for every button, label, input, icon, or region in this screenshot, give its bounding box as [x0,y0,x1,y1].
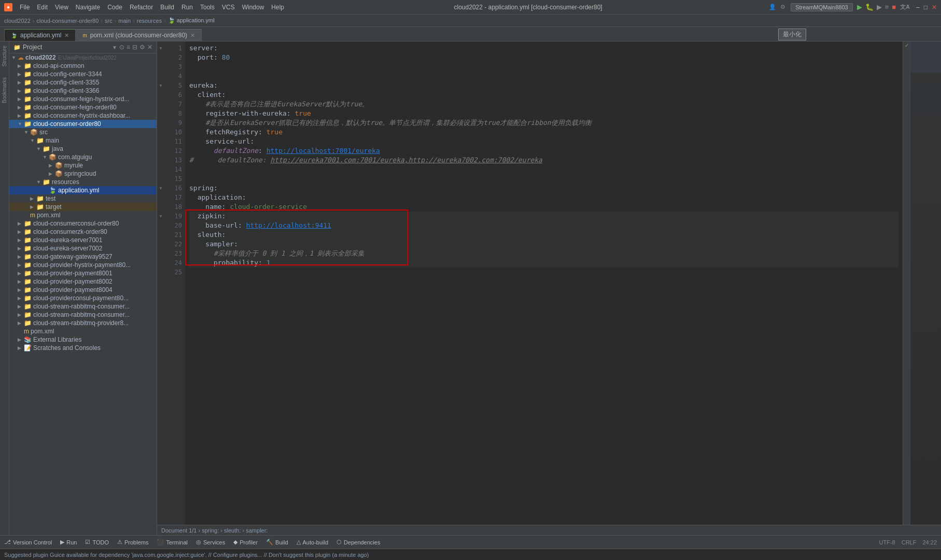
tab-close-icon[interactable]: ✕ [190,32,195,39]
tree-item-api-common[interactable]: ▶ 📁 cloud-api-common [9,62,157,70]
profile-button[interactable]: ≡ [885,3,889,11]
close-button[interactable]: ✕ [932,4,937,11]
bookmarks-tab[interactable]: Bookmarks [2,77,7,103]
fold-5[interactable]: ▼ [157,81,164,90]
tree-item-consul-payment[interactable]: ▶ 📁 cloud-providerconsul-payment80... [9,294,157,302]
run-button[interactable]: ▶ [857,3,862,11]
module-icon: 📁 [24,71,32,78]
tree-item-external-libs[interactable]: ▶ 📚 External Libraries [9,335,157,344]
code-editor[interactable]: server: port: 80 eureka: client: #表示是否将自… [185,41,903,525]
tree-label: myrule [64,162,83,169]
translate-button[interactable]: 文A [900,3,910,11]
tree-item-hystrix-dashboard[interactable]: ▶ 📁 cloud-consumer-hystrix-dashboar... [9,111,157,120]
build-btn[interactable]: 🔨 Build [266,539,288,545]
profiler-btn[interactable]: ◆ Profiler [233,539,258,545]
menu-build[interactable]: Build [157,3,177,12]
autobuild-btn[interactable]: △ Auto-build [297,539,329,545]
fold-1[interactable]: ▼ [157,44,164,53]
tree-item-config-3344[interactable]: ▶ 📁 cloud-config-center-3344 [9,70,157,78]
tree-item-consul-order80[interactable]: ▶ 📁 cloud-consumerconsul-order80 [9,219,157,228]
menu-file[interactable]: File [17,3,33,12]
problems-btn[interactable]: ⚠ Problems [117,539,148,545]
tree-item-payment8001[interactable]: ▶ 📁 cloud-provider-payment8001 [9,269,157,277]
version-control-btn[interactable]: ⎇ Version Control [4,539,52,545]
tree-item-cloud2022[interactable]: ▼ ☁ cloud2022 E:\JavaProject\cloud2022 [9,53,157,62]
tree-item-feign-order80[interactable]: ▶ 📁 cloud-consumer-feign-order80 [9,103,157,111]
run-with-coverage-button[interactable]: ▶ [877,3,882,11]
maximize-button[interactable]: □ [924,4,928,11]
tree-item-payment8002[interactable]: ▶ 📁 cloud-provider-payment8002 [9,277,157,286]
todo-btn[interactable]: ☑ TODO [85,539,109,545]
code-line-21: sleuth: [189,230,898,240]
tree-label: pom.xml [37,212,60,219]
breadcrumb-part[interactable]: 🍃 application.yml [168,17,215,24]
close-sidebar-icon[interactable]: ✕ [147,44,152,51]
tree-item-gateway9527[interactable]: ▶ 📁 cloud-gateway-gateway9527 [9,253,157,261]
breadcrumb-part[interactable]: cloud-consumer-order80 [36,18,99,24]
structure-tab[interactable]: Structure [2,46,7,67]
locate-icon[interactable]: ⊙ [119,44,124,51]
tree-item-config-3355[interactable]: ▶ 📁 cloud-config-client-3355 [9,78,157,87]
terminal-btn[interactable]: ⬛ Terminal [157,539,188,545]
run-btn[interactable]: ▶ Run [60,539,77,545]
run-config-selector[interactable]: StreamMQMain8803 [791,3,853,11]
tree-item-target[interactable]: ▶ 📁 target [9,203,157,211]
tree-item-scratches[interactable]: ▶ 📝 Scratches and Consoles [9,344,157,352]
menu-code[interactable]: Code [104,3,125,12]
tree-item-package[interactable]: ▼ 📦 com.atguigu [9,153,157,161]
tree-item-eureka7001[interactable]: ▶ 📁 cloud-eureka-server7001 [9,236,157,244]
breadcrumb-part[interactable]: resources [137,18,162,24]
breadcrumb-part[interactable]: main [118,18,131,24]
yaml-file-icon: 🍃 [49,187,57,194]
minimize-button[interactable]: – [916,4,920,11]
fold-8 [157,109,164,118]
tab-close-icon[interactable]: ✕ [64,32,69,39]
tree-item-myrule[interactable]: ▶ 📦 myrule [9,161,157,170]
stop-button[interactable]: ■ [892,3,896,11]
dependencies-btn[interactable]: ⬡ Dependencies [336,539,380,545]
menu-window[interactable]: Window [239,3,268,12]
tree-item-application-yml[interactable]: ▶ 🍃 application.yml [9,186,157,194]
tree-item-src[interactable]: ▼ 📦 src [9,128,157,136]
breadcrumb-part[interactable]: src [105,18,113,24]
tree-item-resources[interactable]: ▼ 📁 resources [9,178,157,186]
menu-navigate[interactable]: Navigate [73,3,103,12]
tree-item-stream-consumer2[interactable]: ▶ 📁 cloud-stream-rabbitmq-consumer... [9,311,157,319]
tree-item-pom-order80[interactable]: ▶ m pom.xml [9,211,157,219]
gutter-ok-icon: ✓ [905,43,909,48]
tree-item-stream-consumer1[interactable]: ▶ 📁 cloud-stream-rabbitmq-consumer... [9,302,157,311]
debug-button[interactable]: 🐛 [865,3,874,11]
tree-item-java[interactable]: ▼ 📁 java [9,145,157,153]
menu-tools[interactable]: Tools [197,3,218,12]
tree-item-zk-order80[interactable]: ▶ 📁 cloud-consumerzk-order80 [9,228,157,236]
module-icon: 📁 [24,253,32,260]
menu-help[interactable]: Help [268,3,287,12]
tree-item-feign-hystrix[interactable]: ▶ 📁 cloud-consumer-feign-hystrix-ord... [9,95,157,103]
tab-application-yml[interactable]: 🍃 application.yml ✕ [4,29,76,41]
tab-pom-xml[interactable]: m pom.xml (cloud-consumer-order80) ✕ [76,29,202,41]
settings-sidebar-icon[interactable]: ⚙ [139,44,145,51]
tree-item-config-3366[interactable]: ▶ 📁 cloud-config-client-3366 [9,87,157,95]
tree-item-stream-provider[interactable]: ▶ 📁 cloud-stream-rabbitmq-provider8... [9,319,157,327]
tree-item-payment8004[interactable]: ▶ 📁 cloud-provider-payment8004 [9,286,157,294]
collapse-icon[interactable]: ⊟ [132,44,137,51]
tree-item-order80[interactable]: ▼ 📁 cloud-consumer-order80 [9,120,157,128]
menu-view[interactable]: View [52,3,72,12]
fold-16[interactable]: ▼ [157,184,164,193]
module-icon: 📁 [24,79,32,86]
sidebar-caret[interactable]: ▼ [112,45,117,50]
tree-item-springcloud[interactable]: ▶ 📦 springcloud [9,170,157,178]
tree-item-hystrix-payment[interactable]: ▶ 📁 cloud-provider-hystrix-payment80... [9,261,157,269]
menu-edit[interactable]: Edit [34,3,51,12]
menu-vcs[interactable]: VCS [219,3,238,12]
sort-icon[interactable]: ≡ [127,44,130,51]
breadcrumb-part[interactable]: cloud2022 [4,18,31,24]
services-btn[interactable]: ◎ Services [196,539,225,545]
tree-item-eureka7002[interactable]: ▶ 📁 cloud-eureka-server7002 [9,244,157,253]
menu-refactor[interactable]: Refactor [127,3,156,12]
tree-item-root-pom[interactable]: ▶ m pom.xml [9,327,157,335]
menu-run[interactable]: Run [178,3,196,12]
fold-19[interactable]: ▼ [157,212,164,221]
tree-item-test[interactable]: ▶ 📁 test [9,194,157,203]
tree-item-main[interactable]: ▼ 📁 main [9,136,157,145]
